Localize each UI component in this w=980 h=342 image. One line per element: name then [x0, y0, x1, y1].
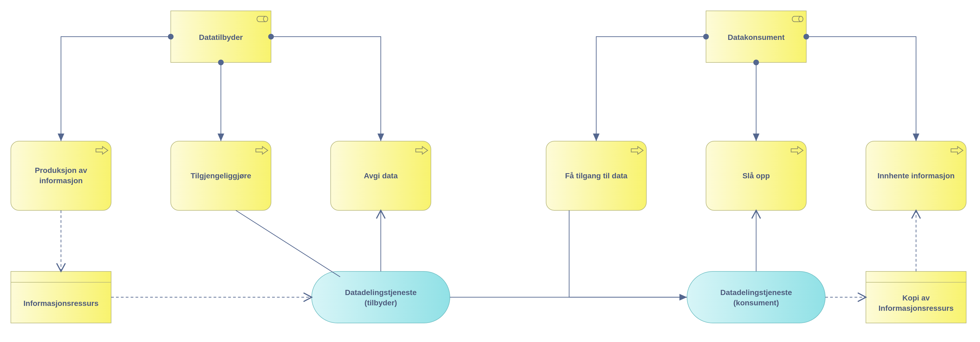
node-dds-konsument: Datadelingstjeneste (konsument)	[687, 272, 825, 323]
node-sla-opp: Slå opp	[706, 141, 806, 210]
label-produksjon-2: informasjon	[39, 176, 83, 185]
node-datakonsument: Datakonsument	[706, 11, 806, 62]
archimate-diagram: .node-stroke { stroke:#b7b77a; stroke-wi…	[0, 0, 980, 342]
edge-datakonsument-innhente	[806, 37, 916, 141]
label-datatilbyder: Datatilbyder	[199, 33, 243, 42]
label-kopi-2: Informasjonsressurs	[879, 304, 954, 312]
edge-datatilbyder-produksjon	[61, 37, 171, 141]
edge-tilgjengelig-ddstilbyder	[236, 210, 340, 277]
label-tilgjengelig: Tilgjengeliggjøre	[191, 171, 251, 180]
svg-rect-13	[312, 272, 450, 323]
edge-fatilgang-ddskonsument	[569, 210, 687, 297]
label-avgi: Avgi data	[364, 171, 398, 180]
label-kopi-1: Kopi av	[902, 294, 930, 302]
node-produksjon: Produksjon av informasjon	[11, 141, 111, 210]
svg-rect-11	[11, 272, 111, 323]
svg-rect-14	[687, 272, 825, 323]
edge-datatilbyder-avgi	[271, 37, 381, 141]
node-informasjonsressurs: Informasjonsressurs	[11, 272, 111, 323]
edge-datakonsument-fatilgang	[596, 37, 706, 141]
node-avgi: Avgi data	[331, 141, 431, 210]
node-tilgjengelig: Tilgjengeliggjøre	[171, 141, 271, 210]
node-kopi: Kopi av Informasjonsressurs	[866, 272, 966, 323]
label-innhente: Innhente informasjon	[878, 171, 955, 180]
label-dds-konsument-2: (konsument)	[733, 299, 779, 307]
label-dds-tilbyder-1: Datadelingstjeneste	[345, 288, 417, 297]
label-datakonsument: Datakonsument	[728, 33, 784, 42]
label-dds-konsument-1: Datadelingstjeneste	[721, 288, 792, 297]
node-innhente: Innhente informasjon	[866, 141, 966, 210]
node-datatilbyder: Datatilbyder	[171, 11, 271, 62]
label-produksjon-1: Produksjon av	[35, 166, 87, 174]
label-fa-tilgang: Få tilgang til data	[565, 171, 628, 180]
node-dds-tilbyder: Datadelingstjeneste (tilbyder)	[312, 272, 450, 323]
node-fa-tilgang: Få tilgang til data	[546, 141, 646, 210]
label-dds-tilbyder-2: (tilbyder)	[364, 299, 397, 307]
label-sla-opp: Slå opp	[742, 171, 770, 180]
label-informasjonsressurs: Informasjonsressurs	[24, 299, 99, 307]
